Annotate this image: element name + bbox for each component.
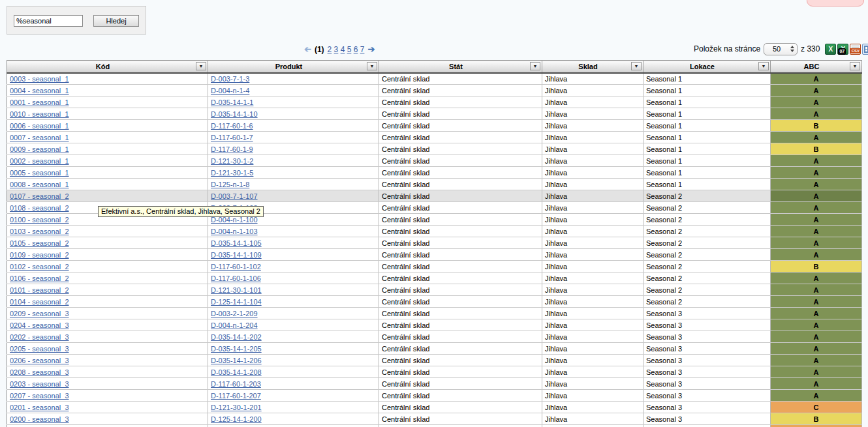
product-link[interactable]: D-117-60-1-102 <box>211 263 261 271</box>
table-row[interactable]: 0101 - seasonal_2D-121-30-1-101Centrální… <box>7 284 862 296</box>
table-row[interactable]: 0103 - seasonal_2D-004-n-1-103Centrální … <box>7 226 862 237</box>
table-row[interactable]: 0105 - seasonal_2D-035-14-1-105Centrální… <box>7 237 862 249</box>
table-row[interactable]: 0201 - seasonal_3D-121-30-1-201Centrální… <box>7 402 862 413</box>
code-link[interactable]: 0009 - seasonal_1 <box>10 145 69 153</box>
column-menu-button[interactable]: ▼ <box>631 62 642 70</box>
product-link[interactable]: D-035-14-1-1 <box>211 98 253 106</box>
code-link[interactable]: 0007 - seasonal_1 <box>10 134 69 141</box>
page-link-2[interactable]: 2 <box>328 45 332 54</box>
code-link[interactable]: 0006 - seasonal_1 <box>10 122 69 130</box>
table-row[interactable]: 0008 - seasonal_1D-125-n-1-8Centrální sk… <box>7 179 862 190</box>
table-row[interactable]: 0206 - seasonal_3D-035-14-1-206Centrální… <box>7 355 862 366</box>
product-link[interactable]: D-004-n-1-4 <box>211 87 249 95</box>
column-menu-button[interactable]: ▼ <box>367 62 377 70</box>
prev-page-arrow-icon[interactable]: ➔ <box>304 45 311 54</box>
product-link[interactable]: D-035-14-1-109 <box>211 251 262 259</box>
product-link[interactable]: D-003-7-1-3 <box>211 75 249 83</box>
page-link-3[interactable]: 3 <box>334 45 339 54</box>
code-link[interactable]: 0209 - seasonal_3 <box>10 310 69 317</box>
code-link[interactable]: 0008 - seasonal_1 <box>10 181 69 188</box>
code-link[interactable]: 0107 - seasonal_2 <box>10 192 69 200</box>
table-row[interactable]: 0202 - seasonal_3D-035-14-1-202Centrální… <box>7 331 862 343</box>
table-row[interactable]: 0204 - seasonal_3D-004-n-1-204Centrální … <box>7 319 862 331</box>
code-link[interactable]: 0106 - seasonal_2 <box>10 274 69 282</box>
product-link[interactable]: D-003-2-1-209 <box>211 310 258 317</box>
export-csv-icon[interactable]: CSV <box>850 44 861 55</box>
code-link[interactable]: 0104 - seasonal_2 <box>10 298 69 306</box>
table-row[interactable]: 0203 - seasonal_3D-117-60-1-203Centrální… <box>7 378 862 390</box>
code-link[interactable]: 0101 - seasonal_2 <box>10 286 69 294</box>
product-link[interactable]: D-125-14-1-104 <box>211 298 262 306</box>
code-link[interactable]: 0002 - seasonal_1 <box>10 157 69 165</box>
code-link[interactable]: 0102 - seasonal_2 <box>10 263 69 271</box>
table-row[interactable]: 0007 - seasonal_1D-117-60-1-7Centrální s… <box>7 132 862 143</box>
table-row[interactable]: 0106 - seasonal_2D-117-60-1-106Centrální… <box>7 272 862 284</box>
code-link[interactable]: 0010 - seasonal_1 <box>10 110 69 118</box>
table-row[interactable]: 0207 - seasonal_3D-117-60-1-207Centrální… <box>7 390 862 402</box>
product-link[interactable]: D-035-14-1-202 <box>211 333 262 341</box>
column-menu-button[interactable]: ▼ <box>850 62 860 70</box>
column-menu-button[interactable]: ▼ <box>758 62 769 70</box>
product-link[interactable]: D-117-60-1-207 <box>211 392 261 400</box>
code-link[interactable]: 0202 - seasonal_3 <box>10 333 69 341</box>
table-row[interactable]: 0104 - seasonal_2D-125-14-1-104Centrální… <box>7 296 862 308</box>
table-row[interactable]: 0200 - seasonal_3D-125-14-1-200Centrální… <box>7 413 862 425</box>
product-link[interactable]: D-035-14-1-105 <box>211 239 262 247</box>
column-chooser-icon[interactable] <box>862 44 868 55</box>
code-link[interactable]: 0103 - seasonal_2 <box>10 228 69 235</box>
code-link[interactable]: 0205 - seasonal_3 <box>10 345 69 353</box>
column-menu-button[interactable]: ▼ <box>196 62 206 70</box>
code-link[interactable]: 0005 - seasonal_1 <box>10 169 69 177</box>
code-link[interactable]: 0201 - seasonal_3 <box>10 404 69 411</box>
table-row[interactable]: 0001 - seasonal_1D-035-14-1-1Centrální s… <box>7 96 862 108</box>
search-input[interactable] <box>14 15 83 27</box>
table-row[interactable]: 0102 - seasonal_2D-117-60-1-102Centrální… <box>7 261 862 272</box>
column-menu-button[interactable]: ▼ <box>530 62 540 70</box>
table-row[interactable]: 0003 - seasonal_1D-003-7-1-3Centrální sk… <box>7 73 862 85</box>
product-link[interactable]: D-004-n-1-204 <box>211 321 258 329</box>
product-link[interactable]: D-121-30-1-101 <box>211 286 262 294</box>
table-row[interactable]: 0010 - seasonal_1D-035-14-1-10Centrální … <box>7 108 862 120</box>
code-link[interactable]: 0200 - seasonal_3 <box>10 415 69 423</box>
table-row[interactable]: 0004 - seasonal_1D-004-n-1-4Centrální sk… <box>7 85 862 96</box>
code-link[interactable]: 0109 - seasonal_2 <box>10 251 69 259</box>
code-link[interactable]: 0206 - seasonal_3 <box>10 357 69 364</box>
product-link[interactable]: D-117-60-1-203 <box>211 380 261 388</box>
product-link[interactable]: D-125-n-1-8 <box>211 181 249 188</box>
code-link[interactable]: 0207 - seasonal_3 <box>10 392 69 400</box>
export-xls-icon[interactable]: X <box>825 44 836 55</box>
table-row[interactable]: 0006 - seasonal_1D-117-60-1-6Centrální s… <box>7 120 862 132</box>
product-link[interactable]: D-035-14-1-205 <box>211 345 262 353</box>
product-link[interactable]: D-035-14-1-208 <box>211 368 262 376</box>
code-link[interactable]: 0001 - seasonal_1 <box>10 98 69 106</box>
product-link[interactable]: D-121-30-1-5 <box>211 169 253 177</box>
table-row[interactable]: 0107 - seasonal_2D-003-7-1-107Centrální … <box>7 190 862 202</box>
product-link[interactable]: D-003-7-1-107 <box>211 192 258 200</box>
code-link[interactable]: 0004 - seasonal_1 <box>10 87 69 95</box>
product-link[interactable]: D-117-60-1-7 <box>211 134 253 141</box>
product-link[interactable]: D-004-n-1-103 <box>211 228 258 235</box>
search-button[interactable]: Hledej <box>93 15 139 27</box>
page-link-4[interactable]: 4 <box>341 45 345 54</box>
code-link[interactable]: 0105 - seasonal_2 <box>10 239 69 247</box>
product-link[interactable]: D-125-14-1-200 <box>211 415 262 423</box>
table-row[interactable]: 0009 - seasonal_1D-117-60-1-9Centrální s… <box>7 143 862 155</box>
page-link-5[interactable]: 5 <box>347 45 352 54</box>
product-link[interactable]: D-035-14-1-206 <box>211 357 262 364</box>
product-link[interactable]: D-117-60-1-9 <box>211 145 253 153</box>
table-row[interactable]: 0208 - seasonal_3D-035-14-1-208Centrální… <box>7 366 862 378</box>
table-row[interactable]: 0005 - seasonal_1D-121-30-1-5Centrální s… <box>7 167 862 179</box>
code-link[interactable]: 0204 - seasonal_3 <box>10 321 69 329</box>
code-link[interactable]: 0108 - seasonal_2 <box>10 204 69 212</box>
page-size-select[interactable]: 50 <box>764 43 798 55</box>
code-link[interactable]: 0203 - seasonal_3 <box>10 380 69 388</box>
code-link[interactable]: 0100 - seasonal_2 <box>10 216 69 224</box>
product-link[interactable]: D-035-14-1-10 <box>211 110 258 118</box>
next-page-arrow-icon[interactable]: ➔ <box>367 45 375 54</box>
product-link[interactable]: D-117-60-1-106 <box>211 274 261 282</box>
table-row[interactable]: 0002 - seasonal_1D-121-30-1-2Centrální s… <box>7 155 862 167</box>
table-row[interactable]: 0209 - seasonal_3D-003-2-1-209Centrální … <box>7 308 862 319</box>
product-link[interactable]: D-117-60-1-6 <box>211 122 253 130</box>
page-link-7[interactable]: 7 <box>360 45 365 54</box>
product-link[interactable]: D-121-30-1-201 <box>211 404 262 411</box>
